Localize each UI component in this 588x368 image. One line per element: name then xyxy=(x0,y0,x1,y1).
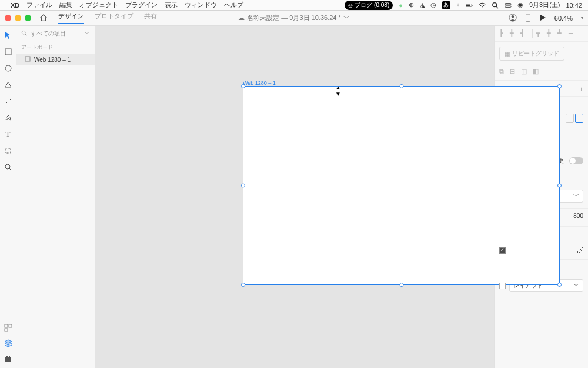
menu-help[interactable]: ヘルプ xyxy=(224,1,243,9)
align-hcenter-icon[interactable]: ╋ xyxy=(510,29,518,38)
chevron-down-icon[interactable]: ▾ xyxy=(581,15,583,21)
align-vcenter-icon[interactable]: ╋ xyxy=(547,29,555,38)
resize-handle[interactable] xyxy=(241,283,245,287)
svg-rect-20 xyxy=(6,356,8,357)
repeat-grid-button[interactable]: ▦ リピートグリッド xyxy=(499,47,564,61)
mode-tabs: デザイン プロトタイプ 共有 xyxy=(58,12,157,24)
svg-rect-13 xyxy=(6,148,11,153)
artboard[interactable]: ▲▼ xyxy=(243,86,560,285)
menu-edit[interactable]: 編集 xyxy=(59,1,72,9)
svg-rect-5 xyxy=(505,3,511,5)
layer-item[interactable]: Web 1280 – 1 xyxy=(16,54,95,65)
svg-rect-1 xyxy=(466,4,470,6)
resize-handle[interactable] xyxy=(399,84,403,88)
polygon-tool[interactable] xyxy=(4,80,13,89)
grid-checkbox[interactable] xyxy=(499,283,506,289)
align-row: ┣ ╋ ┫ ┳ ╋ ┻ ☰ xyxy=(495,26,588,42)
search-placeholder: すべての項目 xyxy=(31,29,66,38)
zoom-level[interactable]: 60.4% xyxy=(554,15,573,22)
rectangle-tool[interactable] xyxy=(4,47,13,57)
svg-point-3 xyxy=(493,2,497,6)
fill-checkbox[interactable] xyxy=(499,247,506,254)
layers-icon[interactable] xyxy=(4,339,13,348)
eyedropper-icon[interactable] xyxy=(576,246,583,254)
window-controls[interactable] xyxy=(5,15,31,21)
landscape-icon[interactable] xyxy=(575,114,583,123)
resize-handle[interactable] xyxy=(557,84,562,88)
tray-icon[interactable]: ◮ xyxy=(420,1,425,9)
tab-prototype[interactable]: プロトタイプ xyxy=(95,12,133,24)
resize-handle[interactable] xyxy=(241,84,245,88)
portrait-icon[interactable] xyxy=(566,114,574,123)
plugins-icon[interactable] xyxy=(4,354,13,363)
op-subtract-icon[interactable]: ⊟ xyxy=(510,68,515,75)
bluetooth-icon[interactable]: ⌖ xyxy=(456,1,460,9)
responsive-toggle[interactable] xyxy=(569,157,583,164)
chevron-down-icon[interactable]: ﹀ xyxy=(343,14,350,22)
menubar-date[interactable]: 9月3日(土) xyxy=(529,1,560,9)
viewport-value[interactable]: 800 xyxy=(573,213,583,220)
chevron-down-icon[interactable]: ﹀ xyxy=(84,29,90,38)
distribute-icon[interactable]: ☰ xyxy=(568,29,576,38)
svg-line-12 xyxy=(6,99,11,104)
menu-file[interactable]: ファイル xyxy=(26,1,52,9)
tab-design[interactable]: デザイン xyxy=(58,12,84,24)
align-right-icon[interactable]: ┫ xyxy=(520,29,529,38)
app-name[interactable]: XD xyxy=(11,2,19,9)
svg-point-14 xyxy=(5,164,10,169)
op-exclude-icon[interactable]: ◧ xyxy=(533,68,539,75)
select-tool[interactable] xyxy=(4,31,13,40)
artboard-icon xyxy=(25,56,31,63)
battery-icon[interactable] xyxy=(466,2,473,9)
svg-rect-16 xyxy=(5,324,8,327)
align-top-icon[interactable]: ┳ xyxy=(536,29,544,38)
line-tool[interactable] xyxy=(4,97,13,106)
menubar-time[interactable]: 10:42 xyxy=(566,2,582,9)
add-component-icon[interactable]: + xyxy=(579,85,583,94)
play-icon[interactable] xyxy=(539,14,546,22)
control-center-icon[interactable] xyxy=(505,2,512,9)
repeat-grid-label: リピートグリッド xyxy=(512,49,559,58)
tab-share[interactable]: 共有 xyxy=(144,12,157,24)
mobile-preview-icon[interactable] xyxy=(525,14,531,23)
assets-icon[interactable] xyxy=(4,323,13,333)
op-intersect-icon[interactable]: ◫ xyxy=(521,68,527,75)
document-title-text: 名称未設定 — 9月3日 10.36.24 * xyxy=(247,14,341,22)
cc-icon[interactable]: ⊚ xyxy=(409,1,414,9)
text-tool[interactable]: T xyxy=(4,130,13,139)
ime-icon[interactable]: あ xyxy=(442,1,450,9)
status-icon[interactable]: ● xyxy=(399,2,403,9)
home-icon[interactable] xyxy=(39,14,48,23)
resize-handle[interactable] xyxy=(399,283,403,287)
menu-view[interactable]: 表示 xyxy=(165,1,178,9)
avatar-icon[interactable] xyxy=(509,14,517,23)
canvas[interactable]: Web 1280 – 1 ▲▼ xyxy=(95,26,494,368)
search-row[interactable]: すべての項目 ﹀ xyxy=(16,26,95,41)
resize-handle[interactable] xyxy=(557,184,562,188)
app-titlebar: デザイン プロトタイプ 共有 ☁ 名称未設定 — 9月3日 10.36.24 *… xyxy=(0,11,588,26)
chevron-down-icon: ﹀ xyxy=(573,192,579,200)
ellipse-tool[interactable] xyxy=(4,64,13,73)
zoom-tool[interactable] xyxy=(4,163,13,172)
artboard-label[interactable]: Web 1280 – 1 xyxy=(243,80,276,86)
search-icon[interactable] xyxy=(492,2,499,9)
artboard-tool[interactable] xyxy=(4,146,13,155)
align-bottom-icon[interactable]: ┻ xyxy=(557,29,566,38)
menu-window[interactable]: ウィンドウ xyxy=(185,1,217,9)
svg-rect-10 xyxy=(5,49,11,55)
resize-handle[interactable] xyxy=(241,184,245,188)
siri-icon[interactable]: ◉ xyxy=(517,1,523,9)
blog-badge[interactable]: ブログ (0:08) xyxy=(345,1,393,10)
op-add-icon[interactable]: ⧉ xyxy=(499,68,504,75)
wifi-icon[interactable] xyxy=(479,2,486,9)
menu-object[interactable]: オブジェクト xyxy=(79,1,118,9)
cloud-icon: ☁ xyxy=(238,14,245,22)
svg-point-11 xyxy=(5,65,11,71)
svg-rect-2 xyxy=(472,5,472,6)
layers-panel: すべての項目 ﹀ アートボード Web 1280 – 1 xyxy=(16,26,95,368)
menu-plugin[interactable]: プラグイン xyxy=(125,1,158,9)
align-left-icon[interactable]: ┣ xyxy=(499,29,507,38)
resize-handle[interactable] xyxy=(557,283,562,287)
clock-icon[interactable]: ◷ xyxy=(430,1,436,9)
pen-tool[interactable] xyxy=(4,113,13,122)
